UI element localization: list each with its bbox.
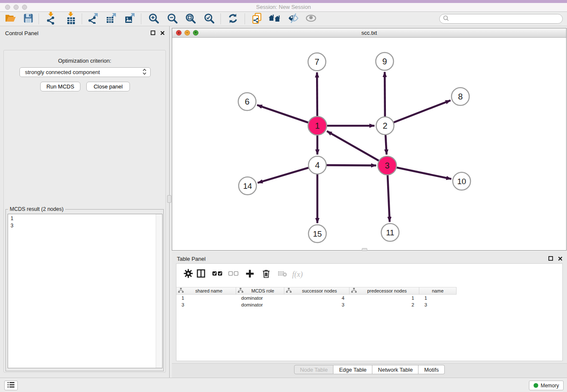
export-network-button[interactable] (85, 13, 101, 25)
first-neighbors-button[interactable] (267, 13, 283, 25)
deselect-all-button[interactable] (226, 268, 240, 281)
cell-MCDS-role: dominator (236, 295, 284, 301)
select-all-button[interactable] (210, 268, 224, 281)
edge-2-8[interactable] (394, 100, 451, 122)
toolbar-separator (39, 14, 39, 24)
panel-splitter-handle[interactable] (167, 195, 171, 203)
tab-network-table[interactable]: Network Table (372, 365, 418, 374)
mcds-result-text[interactable]: 1 3 (8, 214, 162, 368)
close-panel-button[interactable]: Close panel (86, 82, 130, 91)
table-row[interactable]: 3dominator323 (176, 301, 457, 308)
column-header-successor-nodes[interactable]: successor nodes (284, 287, 350, 294)
node-7[interactable]: 7 (308, 53, 326, 71)
edge-4-3[interactable] (327, 165, 376, 166)
zoom-out-button[interactable] (164, 13, 180, 25)
show-graphics-details-button[interactable] (303, 13, 319, 25)
refresh-layout-button[interactable] (225, 13, 241, 25)
node-9[interactable]: 9 (376, 52, 394, 70)
column-visibility-button[interactable] (194, 268, 208, 281)
search-input[interactable] (451, 16, 559, 22)
clone-network-button[interactable] (249, 13, 265, 25)
memory-button[interactable]: Memory (529, 381, 564, 390)
network-window: x − + scc.txt 7968124314101511 (172, 28, 567, 251)
column-header-name[interactable]: name (419, 287, 457, 294)
cell-MCDS-role: dominator (236, 301, 284, 308)
result-scrollbar[interactable] (156, 214, 161, 368)
node-11[interactable]: 11 (381, 224, 399, 241)
node-1[interactable]: 1 (308, 116, 327, 135)
tab-edge-table[interactable]: Edge Table (333, 365, 372, 374)
window-title: Session: New Session (0, 4, 567, 10)
search-icon (443, 15, 449, 23)
delete-table-button (275, 268, 289, 281)
node-14[interactable]: 14 (239, 177, 256, 195)
network-window-title: scc.txt (172, 30, 566, 36)
table-panel-tabs: Node TableEdge TableNetwork TableMotifs (172, 365, 567, 374)
toolbar-separator (220, 14, 221, 24)
mcds-result-title: MCDS result (2 nodes) (8, 206, 65, 212)
edge-3-1[interactable] (327, 131, 379, 161)
edge-2-3[interactable] (385, 135, 386, 155)
delete-table-icon (278, 269, 287, 279)
column-header-MCDS-role[interactable]: MCDS role (236, 287, 284, 294)
zoom-in-button[interactable] (146, 13, 162, 25)
table-panel-title: Table Panel (177, 256, 206, 262)
clone-network-icon (252, 13, 262, 26)
node-4[interactable]: 4 (308, 156, 326, 174)
memory-status-icon (534, 383, 538, 388)
node-10[interactable]: 10 (453, 172, 471, 190)
show-panels-button[interactable] (4, 381, 18, 390)
edge-3-11[interactable] (388, 175, 390, 222)
table-settings-icon (184, 269, 193, 280)
zoom-fit-button[interactable] (182, 13, 198, 25)
hide-graphics-details-button[interactable] (285, 13, 301, 25)
float-table-panel-icon[interactable] (548, 256, 553, 261)
edge-2-9[interactable] (385, 72, 385, 116)
add-column-button[interactable] (243, 268, 256, 281)
node-3[interactable]: 3 (378, 156, 396, 175)
network-splitter-handle[interactable] (362, 248, 367, 251)
save-session-button[interactable] (20, 13, 36, 25)
open-file-button[interactable] (3, 13, 19, 25)
application-window: Session: New Session Control Panel Netwo… (0, 0, 567, 392)
export-table-button[interactable] (103, 13, 119, 25)
criterion-value: strongly connected component (25, 69, 142, 75)
run-mcds-button[interactable]: Run MCDS (40, 82, 80, 91)
toolbar-separator (82, 14, 82, 24)
close-table-panel-icon[interactable] (557, 256, 563, 261)
node-label: 8 (458, 92, 462, 101)
edge-4-14[interactable] (258, 168, 308, 183)
node-15[interactable]: 15 (308, 225, 326, 243)
node-6[interactable]: 6 (238, 93, 256, 110)
network-window-titlebar[interactable]: x − + scc.txt (172, 28, 566, 38)
node-2[interactable]: 2 (376, 117, 394, 135)
node-8[interactable]: 8 (451, 88, 469, 105)
delete-column-button[interactable] (259, 268, 273, 281)
criterion-dropdown[interactable]: strongly connected component (19, 67, 151, 77)
save-session-icon (23, 13, 33, 25)
table-row[interactable]: 1dominator411 (176, 295, 457, 301)
tab-motifs[interactable]: Motifs (418, 365, 445, 374)
tab-node-table[interactable]: Node Table (294, 365, 334, 374)
import-table-button[interactable] (63, 13, 79, 25)
column-label: MCDS role (243, 288, 282, 293)
list-icon (7, 381, 15, 390)
node-label: 7 (314, 57, 319, 66)
edge-1-7[interactable] (317, 72, 317, 116)
zoom-selected-button[interactable] (201, 13, 217, 25)
export-image-button[interactable] (122, 13, 138, 25)
table-settings-button[interactable] (182, 268, 195, 281)
column-header-predecessor-nodes[interactable]: predecessor nodes (350, 287, 419, 294)
column-header-shared-name[interactable]: shared name (176, 287, 236, 294)
network-canvas[interactable]: 7968124314101511 (172, 38, 566, 250)
edge-1-6[interactable] (257, 105, 308, 122)
close-panel-icon[interactable] (160, 30, 165, 36)
edge-3-10[interactable] (397, 168, 451, 179)
search-box[interactable] (439, 14, 563, 24)
import-network-button[interactable] (43, 13, 59, 25)
cell-name: 3 (419, 301, 457, 308)
control-panel: Control Panel NetworkStyleSelectMCDS Opt… (0, 26, 169, 378)
zoom-out-icon (167, 13, 178, 25)
tree-icon (351, 288, 357, 294)
float-panel-icon[interactable] (150, 30, 156, 36)
